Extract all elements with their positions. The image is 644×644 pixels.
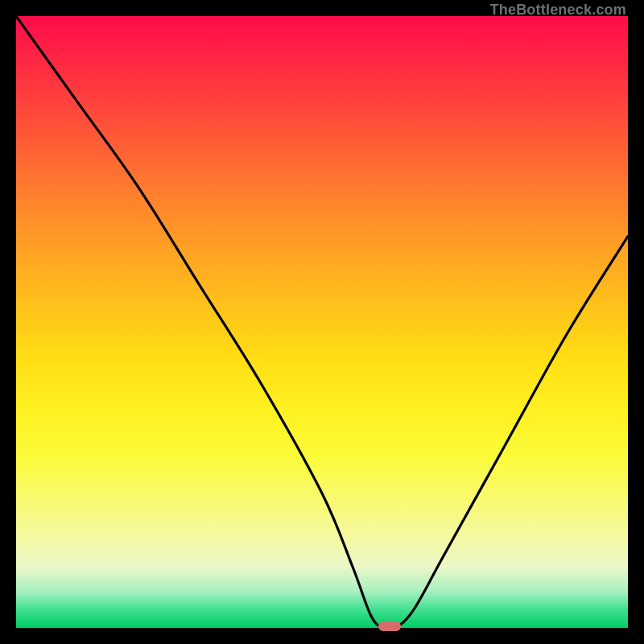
plot-area — [16, 16, 628, 628]
bottleneck-chart: TheBottleneck.com — [0, 0, 644, 644]
optimal-marker — [378, 621, 401, 631]
bottleneck-curve-path — [16, 16, 628, 628]
curve-svg — [16, 16, 628, 628]
